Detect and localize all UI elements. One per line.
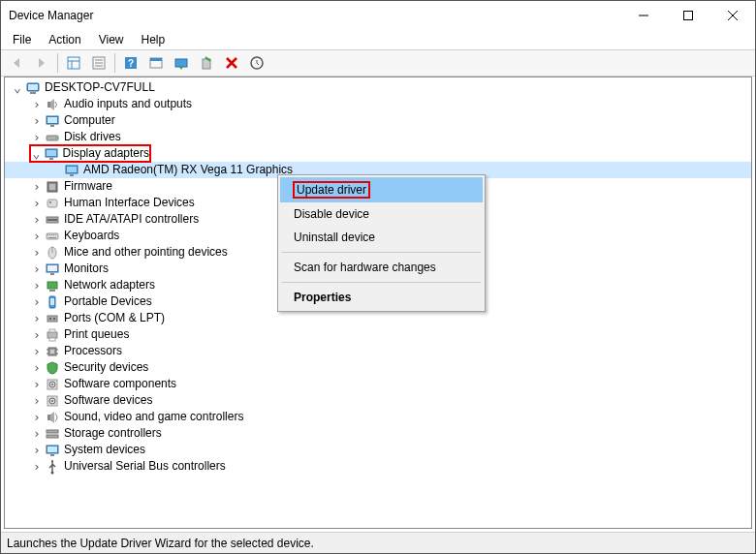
tree-category[interactable]: ›Ports (COM & LPT)	[5, 310, 751, 326]
tree-category[interactable]: ›Software components	[5, 376, 751, 392]
expand-icon[interactable]: ›	[30, 392, 44, 409]
svg-rect-72	[175, 59, 187, 67]
tree-category[interactable]: ›Processors	[5, 343, 751, 359]
expand-icon[interactable]: ›	[30, 293, 44, 310]
show-hide-tree-button[interactable]	[62, 52, 85, 74]
expand-icon[interactable]: ›	[30, 359, 44, 376]
close-button[interactable]	[710, 1, 755, 30]
svg-rect-61	[68, 57, 79, 69]
expand-icon[interactable]: ›	[30, 326, 44, 343]
context-menu-scan-hardware[interactable]: Scan for hardware changes	[280, 256, 483, 279]
menu-help[interactable]: Help	[134, 31, 173, 48]
ide-icon	[45, 212, 60, 228]
category-label: Software devices	[63, 392, 153, 409]
category-label: Print queues	[63, 326, 130, 343]
menu-view[interactable]: View	[91, 31, 132, 48]
tree-category[interactable]: ›Security devices	[5, 359, 751, 376]
context-menu-disable-device[interactable]: Disable device	[280, 202, 483, 226]
tree-category[interactable]: ›Disk drives	[5, 129, 751, 145]
separator-icon	[282, 282, 481, 283]
update-driver-button[interactable]	[170, 52, 193, 74]
expand-icon[interactable]: ›	[30, 228, 44, 244]
action2-button[interactable]	[144, 52, 168, 74]
tree-category[interactable]: ›Universal Serial Bus controllers	[5, 458, 751, 475]
category-label: System devices	[63, 442, 146, 458]
expand-icon[interactable]: ›	[30, 458, 44, 475]
category-label: Monitors	[63, 261, 110, 277]
tree-category-display-adapters[interactable]: ⌄ Display adapters	[30, 145, 150, 162]
category-label: Sound, video and game controllers	[63, 409, 244, 425]
category-label: IDE ATA/ATAPI controllers	[63, 211, 200, 228]
tree-category[interactable]: ›Sound, video and game controllers	[5, 409, 751, 425]
tree-category[interactable]: ›Computer	[5, 112, 751, 129]
context-menu-update-driver[interactable]: Update driver	[280, 177, 483, 202]
back-button	[5, 52, 28, 74]
category-label: Firmware	[63, 178, 113, 195]
tree-category[interactable]: ›Audio inputs and outputs	[5, 96, 751, 112]
expand-icon[interactable]: ›	[30, 112, 44, 129]
expand-icon[interactable]: ›	[30, 310, 44, 326]
pc-icon	[25, 80, 41, 96]
expand-icon[interactable]: ›	[30, 244, 44, 261]
expand-icon[interactable]: ›	[30, 195, 44, 211]
tree-category[interactable]: ›Storage controllers	[5, 425, 751, 442]
category-label: Mice and other pointing devices	[63, 244, 229, 261]
category-label: Disk drives	[63, 129, 122, 145]
disk-icon	[45, 130, 60, 145]
category-label: Human Interface Devices	[63, 195, 196, 211]
separator-icon	[282, 252, 481, 253]
properties-button[interactable]	[87, 52, 110, 74]
svg-rect-58	[684, 12, 693, 20]
portable-icon	[45, 294, 60, 310]
context-menu-uninstall-device[interactable]: Uninstall device	[280, 226, 483, 249]
expand-icon[interactable]: ›	[30, 211, 44, 228]
enable-device-button[interactable]	[195, 52, 218, 74]
printer-icon	[45, 327, 60, 343]
uninstall-device-button[interactable]	[220, 52, 243, 74]
collapse-icon[interactable]: ⌄	[11, 79, 24, 96]
shield-icon	[45, 360, 60, 376]
expand-icon[interactable]: ›	[30, 261, 44, 277]
keyboard-icon	[45, 229, 60, 244]
menu-file[interactable]: File	[5, 31, 39, 48]
expand-icon[interactable]: ›	[30, 178, 44, 195]
category-label: Portable Devices	[63, 293, 153, 310]
minimize-button[interactable]	[621, 1, 666, 30]
category-label: Computer	[63, 112, 116, 129]
scan-hardware-button[interactable]	[245, 52, 268, 74]
network-icon	[45, 278, 60, 293]
titlebar: Device Manager	[1, 1, 755, 30]
maximize-button[interactable]	[666, 1, 710, 30]
category-label: Keyboards	[63, 228, 120, 244]
expand-icon[interactable]: ›	[30, 277, 44, 293]
expand-icon[interactable]: ›	[30, 343, 44, 359]
tree-category[interactable]: ›Print queues	[5, 326, 751, 343]
menubar: File Action View Help	[1, 30, 755, 49]
gear-icon	[45, 377, 60, 392]
category-label: Processors	[63, 343, 123, 359]
context-menu-item-label: Update driver	[294, 182, 369, 198]
svg-rect-71	[150, 58, 162, 61]
expand-icon[interactable]: ›	[30, 129, 44, 145]
tree-category[interactable]: ›System devices	[5, 442, 751, 458]
tree-category[interactable]: ›Software devices	[5, 392, 751, 409]
mouse-icon	[45, 245, 60, 261]
expand-icon[interactable]: ›	[30, 442, 44, 458]
hid-icon	[45, 196, 60, 211]
separator-icon	[57, 53, 58, 73]
storage-icon	[45, 426, 60, 442]
expand-icon[interactable]: ›	[30, 409, 44, 425]
forward-button	[30, 52, 53, 74]
device-tree[interactable]: ⌄ DESKTOP-CV7FULL ›Audio inputs and outp…	[4, 77, 752, 529]
menu-action[interactable]: Action	[41, 31, 88, 48]
expand-icon[interactable]: ›	[30, 96, 44, 112]
expand-icon[interactable]: ›	[30, 376, 44, 392]
monitor-icon	[45, 262, 60, 277]
context-menu-properties[interactable]: Properties	[280, 286, 483, 309]
collapse-icon[interactable]: ⌄	[30, 145, 43, 162]
expand-icon[interactable]: ›	[30, 425, 44, 442]
category-label: Security devices	[63, 359, 149, 376]
tree-root[interactable]: ⌄ DESKTOP-CV7FULL	[5, 79, 751, 96]
help-button[interactable]: ?	[119, 52, 142, 74]
device-label: AMD Radeon(TM) RX Vega 11 Graphics	[82, 162, 294, 178]
